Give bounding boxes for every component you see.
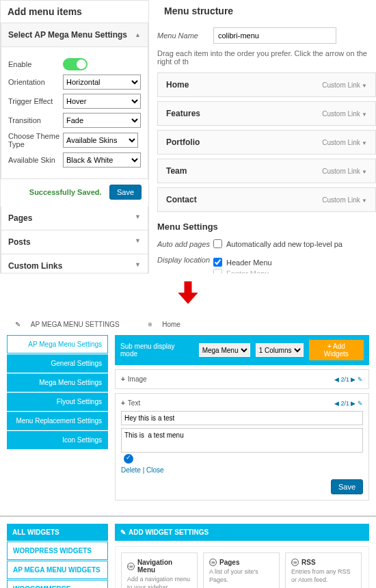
accordion-pages[interactable]: Pages▼ bbox=[1, 206, 148, 230]
display-mode-label: Sub menu display mode bbox=[120, 343, 193, 358]
widget-save-button[interactable]: Save bbox=[331, 479, 363, 494]
saved-message: Successfully Saved. bbox=[29, 188, 102, 196]
check-icon bbox=[124, 454, 133, 464]
widget-controls[interactable]: ◀ 2/1 ▶ ✎ bbox=[334, 400, 363, 407]
wordpress-icon bbox=[291, 559, 299, 566]
accordion-posts[interactable]: Posts▼ bbox=[1, 230, 148, 254]
tab-ap-mega-menu[interactable]: AP Mega Menu Settings bbox=[7, 335, 108, 353]
widget-controls[interactable]: ◀ 2/1 ▶ ✎ bbox=[334, 376, 363, 383]
breadcrumb-home[interactable]: ≡ Home bbox=[140, 321, 180, 328]
tab-menu-replacement[interactable]: Menu Replacement Settings bbox=[7, 412, 108, 430]
enable-label: Enable bbox=[8, 60, 63, 68]
skin-label: Available Skin bbox=[8, 156, 63, 164]
widget-card[interactable]: RSSEntries from any RSS or Atom feed. bbox=[285, 552, 362, 588]
widget-title-input[interactable] bbox=[121, 411, 363, 425]
auto-add-checkbox[interactable] bbox=[213, 239, 222, 248]
columns-select[interactable]: 1 Columns bbox=[256, 343, 304, 357]
chevron-down-icon: ▼ bbox=[135, 213, 141, 223]
transition-label: Transition bbox=[8, 116, 63, 124]
accordion-custom-links[interactable]: Custom Links▼ bbox=[1, 254, 148, 273]
skin-select[interactable]: Black & White bbox=[63, 152, 141, 168]
display-location-label: Display location bbox=[157, 256, 213, 264]
widget-text-header[interactable]: + Text ◀ 2/1 ▶ ✎ bbox=[121, 399, 363, 407]
cat-ap-mega[interactable]: AP MEGA MENU WIDGETS bbox=[7, 561, 108, 579]
add-widget-settings-header: ✎ ADD WIDGET SETTINGS bbox=[115, 524, 369, 541]
chevron-down-icon: ▼ bbox=[135, 237, 141, 247]
svg-point-2 bbox=[291, 559, 298, 565]
widget-card[interactable]: PagesA list of your site's Pages. bbox=[203, 552, 280, 588]
theme-select[interactable]: Available Skins bbox=[63, 133, 138, 148]
widget-card[interactable]: Navigation MenuAdd a navigation menu to … bbox=[121, 552, 198, 588]
wordpress-icon bbox=[209, 559, 217, 566]
tab-icon[interactable]: Icon Settings bbox=[7, 431, 108, 449]
transition-select[interactable]: Fade bbox=[63, 113, 141, 128]
panel-header[interactable]: Select AP Mega Menu Settings ▲ bbox=[1, 23, 148, 47]
expand-icon: + bbox=[121, 399, 125, 407]
menu-structure-title: Menu structure bbox=[157, 0, 376, 22]
menu-item[interactable]: TeamCustom Link bbox=[157, 159, 376, 183]
trigger-select[interactable]: Hover bbox=[63, 94, 141, 109]
footer-menu-checkbox[interactable] bbox=[213, 269, 222, 273]
breadcrumb-settings[interactable]: ✎ AP MEGA MENU SETTINGS bbox=[7, 321, 120, 328]
cat-woocommerce[interactable]: WOOCOMMERCE WIDGETS bbox=[7, 580, 108, 588]
add-widgets-button[interactable]: + Add Widgets bbox=[309, 340, 364, 360]
widget-image-header[interactable]: + Image ◀ 2/1 ▶ ✎ bbox=[121, 375, 363, 383]
enable-toggle[interactable] bbox=[63, 58, 88, 70]
wordpress-icon bbox=[127, 563, 135, 570]
cat-all-widgets[interactable]: ALL WIDGETS bbox=[7, 524, 108, 541]
widget-text-input[interactable] bbox=[121, 428, 363, 453]
down-arrow-icon bbox=[0, 273, 376, 314]
trigger-label: Trigger Effect bbox=[8, 97, 63, 105]
add-menu-items-title: Add menu items bbox=[1, 1, 148, 23]
delete-link[interactable]: Delete | Close bbox=[121, 466, 164, 474]
tab-mega-menu[interactable]: Mega Menu Settings bbox=[7, 373, 108, 392]
svg-point-0 bbox=[127, 563, 134, 570]
menu-item[interactable]: ContactCustom Link bbox=[157, 187, 376, 212]
menu-item[interactable]: PortfolioCustom Link bbox=[157, 130, 376, 155]
menu-item[interactable]: HomeCustom Link bbox=[157, 72, 376, 97]
orientation-label: Orientation bbox=[8, 78, 63, 86]
cat-wordpress[interactable]: WORDPRESS WIDGETS bbox=[7, 542, 108, 560]
menu-settings-title: Menu Settings bbox=[157, 222, 376, 232]
auto-add-label: Auto add pages bbox=[157, 240, 213, 248]
expand-icon: + bbox=[121, 375, 125, 383]
save-button[interactable]: Save bbox=[109, 185, 142, 200]
menu-name-label: Menu Name bbox=[157, 31, 213, 40]
tab-general[interactable]: General Settings bbox=[7, 354, 108, 373]
collapse-icon: ▲ bbox=[135, 31, 141, 38]
menu-name-input[interactable] bbox=[213, 27, 336, 44]
menu-item[interactable]: FeaturesCustom Link bbox=[157, 101, 376, 126]
panel-title: Select AP Mega Menu Settings bbox=[8, 30, 127, 40]
theme-label: Choose Theme Type bbox=[8, 132, 63, 148]
tab-flyout[interactable]: Flyout Settings bbox=[7, 392, 108, 411]
display-mode-select[interactable]: Mega Menu bbox=[199, 343, 250, 357]
header-menu-checkbox[interactable] bbox=[213, 258, 222, 267]
drag-hint: Drag each item into the order you prefer… bbox=[157, 49, 376, 66]
svg-point-1 bbox=[209, 559, 216, 565]
chevron-down-icon: ▼ bbox=[135, 261, 141, 271]
orientation-select[interactable]: Horizontal bbox=[63, 75, 141, 90]
